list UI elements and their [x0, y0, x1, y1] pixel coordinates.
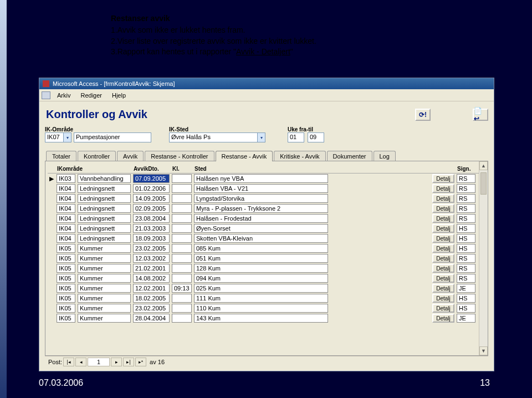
tab-log[interactable]: Log: [374, 151, 396, 161]
cell-kl[interactable]: [172, 224, 192, 233]
detail-button[interactable]: Detalj: [432, 274, 454, 283]
tab-restanse-kontroller[interactable]: Restanse - Kontroller: [145, 151, 214, 161]
cell-sted[interactable]: Øyen-Sorset: [194, 224, 328, 233]
cell-dto[interactable]: 02.09.2005: [133, 204, 170, 213]
uke-fra[interactable]: 01: [288, 132, 304, 142]
cell-omrade[interactable]: Ledningsnett: [78, 214, 131, 223]
detail-button[interactable]: Detalj: [432, 184, 454, 193]
cell-kl[interactable]: [172, 254, 192, 263]
row-selector[interactable]: ▶: [48, 175, 55, 182]
record-prev[interactable]: ◂: [75, 358, 86, 366]
cell-sted[interactable]: 094 Kum: [194, 274, 328, 283]
cell-code[interactable]: IK05: [57, 274, 75, 283]
table-row[interactable]: IK04Ledningsnett21.03.2003Øyen-SorsetDet…: [48, 223, 485, 233]
record-next[interactable]: ▸: [111, 358, 122, 366]
cell-code[interactable]: IK05: [57, 244, 75, 253]
cell-code[interactable]: IK04: [57, 204, 75, 213]
cell-dto[interactable]: 18.09.2003: [133, 234, 170, 243]
table-row[interactable]: IK04Ledningsnett01.02.2006Halåsen VBA - …: [48, 183, 485, 193]
cell-sted[interactable]: Halåsen nye VBA: [194, 174, 328, 183]
cell-omrade[interactable]: Kummer: [78, 314, 131, 323]
cell-sted[interactable]: 128 Kum: [194, 264, 328, 273]
cell-dto[interactable]: 28.04.2004: [133, 314, 170, 323]
detail-button[interactable]: Detalj: [432, 174, 454, 183]
cell-kl[interactable]: [172, 174, 192, 183]
detail-button[interactable]: Detalj: [432, 194, 454, 203]
uke-til[interactable]: 09: [308, 132, 324, 142]
close-button[interactable]: 📄↩: [473, 109, 488, 121]
tab-avvik[interactable]: Avvik: [117, 151, 144, 161]
cell-omrade[interactable]: Ledningsnett: [78, 224, 131, 233]
cell-kl[interactable]: [172, 184, 192, 193]
cell-sted[interactable]: Lyngstad/Storvika: [194, 194, 328, 203]
table-row[interactable]: IK05Kummer12.02.200109:13025 KumDetaljJE: [48, 283, 485, 293]
cell-code[interactable]: IK04: [57, 214, 75, 223]
cell-sign[interactable]: RS: [457, 194, 475, 203]
detail-button[interactable]: Detalj: [432, 224, 454, 233]
cell-dto[interactable]: 18.02.2005: [133, 294, 170, 303]
cell-kl[interactable]: [172, 194, 192, 203]
cell-sted[interactable]: 085 Kum: [194, 244, 328, 253]
ik-omrade-name[interactable]: Pumpestasjoner: [74, 132, 151, 142]
cell-sign[interactable]: HS: [457, 294, 475, 303]
cell-sted[interactable]: 143 Kum: [194, 314, 328, 323]
cell-code[interactable]: IK05: [57, 294, 75, 303]
cell-code[interactable]: IK05: [57, 254, 75, 263]
tab-dokumenter[interactable]: Dokumenter: [327, 151, 372, 161]
table-row[interactable]: IK04Ledningsnett18.09.2003Skotten VBA-Kl…: [48, 233, 485, 243]
tab-kontroller[interactable]: Kontroller: [78, 151, 116, 161]
chevron-down-icon[interactable]: ▾: [64, 132, 71, 142]
cell-dto[interactable]: 07.09.2005: [133, 174, 170, 183]
record-number[interactable]: 1: [88, 358, 110, 366]
cell-sign[interactable]: RS: [457, 184, 475, 193]
cell-sted[interactable]: 025 Kum: [194, 284, 328, 293]
detail-button[interactable]: Detalj: [432, 314, 454, 323]
cell-omrade[interactable]: Kummer: [78, 294, 131, 303]
scroll-thumb[interactable]: [480, 172, 487, 195]
cell-sign[interactable]: RS: [457, 274, 475, 283]
detail-button[interactable]: Detalj: [432, 254, 454, 263]
tab-totaler[interactable]: Totaler: [46, 151, 76, 161]
cell-sted[interactable]: Halåsen - Frodestad: [194, 214, 328, 223]
tab-restanse-avvik[interactable]: Restanse - Avvik: [216, 151, 273, 161]
cell-dto[interactable]: 12.03.2002: [133, 254, 170, 263]
cell-kl[interactable]: [172, 204, 192, 213]
cell-code[interactable]: IK04: [57, 224, 75, 233]
cell-sign[interactable]: RS: [457, 214, 475, 223]
cell-omrade[interactable]: Vannbehandling: [78, 174, 131, 183]
cell-omrade[interactable]: Kummer: [78, 254, 131, 263]
detail-button[interactable]: Detalj: [432, 304, 454, 313]
cell-sign[interactable]: HS: [457, 224, 475, 233]
cell-dto[interactable]: 14.08.2002: [133, 274, 170, 283]
table-row[interactable]: IK04Ledningsnett14.09.2005Lyngstad/Storv…: [48, 193, 485, 203]
table-row[interactable]: IK05Kummer23.02.2005110 KumDetaljHS: [48, 303, 485, 313]
table-row[interactable]: IK05Kummer28.04.2004143 KumDetaljJE: [48, 313, 485, 323]
cell-dto[interactable]: 21.03.2003: [133, 224, 170, 233]
detail-button[interactable]: Detalj: [432, 234, 454, 243]
table-row[interactable]: ▶IK03Vannbehandling07.09.2005Halåsen nye…: [48, 174, 485, 183]
cell-sted[interactable]: 110 Kum: [194, 304, 328, 313]
table-row[interactable]: IK05Kummer23.02.2005085 KumDetaljHS: [48, 243, 485, 253]
table-row[interactable]: IK04Ledningsnett23.08.2004Halåsen - Frod…: [48, 213, 485, 223]
detail-button[interactable]: Detalj: [432, 284, 454, 293]
cell-code[interactable]: IK05: [57, 284, 75, 293]
cell-omrade[interactable]: Kummer: [78, 274, 131, 283]
cell-kl[interactable]: [172, 234, 192, 243]
table-row[interactable]: IK05Kummer21.02.2001128 KumDetaljRS: [48, 263, 485, 273]
menu-hjelp[interactable]: Hjelp: [109, 91, 129, 100]
cell-sign[interactable]: RS: [457, 204, 475, 213]
cell-sign[interactable]: RS: [457, 174, 475, 183]
cell-sign[interactable]: RS: [457, 254, 475, 263]
cell-code[interactable]: IK05: [57, 314, 75, 323]
table-row[interactable]: IK05Kummer18.02.2005111 KumDetaljHS: [48, 293, 485, 303]
cell-code[interactable]: IK03: [57, 174, 75, 183]
detail-button[interactable]: Detalj: [432, 264, 454, 273]
cell-omrade[interactable]: Kummer: [78, 284, 131, 293]
cell-kl[interactable]: [172, 274, 192, 283]
refresh-button[interactable]: ⟳!: [415, 109, 431, 121]
tab-kritiske-avvik[interactable]: Kritiske - Avvik: [274, 151, 325, 161]
detail-button[interactable]: Detalj: [432, 294, 454, 303]
cell-omrade[interactable]: Kummer: [78, 304, 131, 313]
cell-omrade[interactable]: Kummer: [78, 244, 131, 253]
cell-sted[interactable]: Myra - P-plassen - Trykksone 2: [194, 204, 328, 213]
